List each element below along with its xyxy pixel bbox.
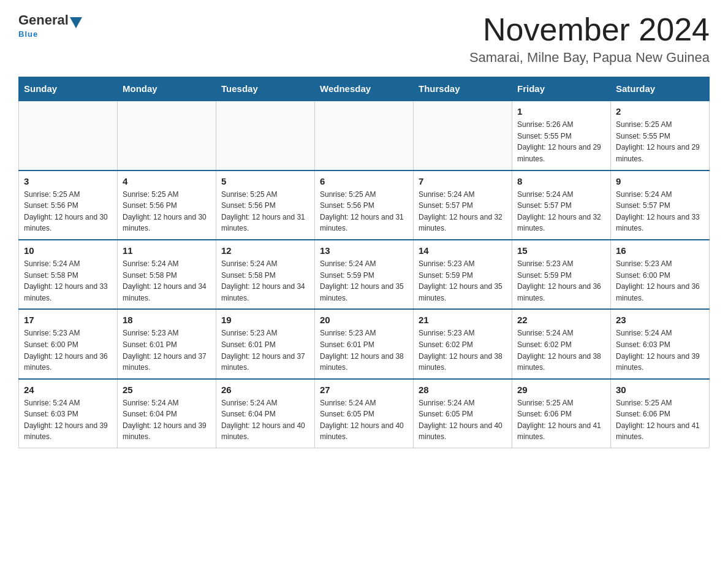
day-info: Sunrise: 5:25 AMSunset: 5:56 PMDaylight:… bbox=[123, 189, 211, 234]
calendar-cell: 17Sunrise: 5:23 AMSunset: 6:00 PMDayligh… bbox=[19, 309, 118, 378]
day-info: Sunrise: 5:24 AMSunset: 5:58 PMDaylight:… bbox=[123, 258, 211, 304]
calendar-cell: 4Sunrise: 5:25 AMSunset: 5:56 PMDaylight… bbox=[118, 170, 216, 240]
day-info: Sunrise: 5:25 AMSunset: 6:06 PMDaylight:… bbox=[517, 397, 605, 443]
calendar-cell: 19Sunrise: 5:23 AMSunset: 6:01 PMDayligh… bbox=[216, 309, 315, 378]
calendar-week-row: 10Sunrise: 5:24 AMSunset: 5:58 PMDayligh… bbox=[19, 240, 710, 309]
day-info: Sunrise: 5:24 AMSunset: 5:58 PMDaylight:… bbox=[221, 258, 309, 304]
calendar-cell bbox=[414, 101, 512, 170]
day-number: 13 bbox=[320, 245, 408, 256]
day-info: Sunrise: 5:23 AMSunset: 6:02 PMDaylight:… bbox=[419, 327, 507, 373]
logo: General Blue bbox=[18, 12, 83, 39]
day-info: Sunrise: 5:25 AMSunset: 5:56 PMDaylight:… bbox=[221, 189, 309, 234]
day-number: 28 bbox=[419, 385, 507, 395]
day-number: 11 bbox=[123, 245, 211, 256]
calendar-cell: 14Sunrise: 5:23 AMSunset: 5:59 PMDayligh… bbox=[414, 240, 512, 309]
day-number: 29 bbox=[517, 385, 605, 395]
day-info: Sunrise: 5:24 AMSunset: 5:57 PMDaylight:… bbox=[517, 189, 605, 234]
day-info: Sunrise: 5:23 AMSunset: 6:00 PMDaylight:… bbox=[616, 258, 704, 304]
day-number: 2 bbox=[616, 106, 704, 117]
calendar-cell: 8Sunrise: 5:24 AMSunset: 5:57 PMDaylight… bbox=[512, 170, 611, 240]
calendar-cell: 25Sunrise: 5:24 AMSunset: 6:04 PMDayligh… bbox=[118, 379, 216, 448]
day-info: Sunrise: 5:24 AMSunset: 6:05 PMDaylight:… bbox=[320, 397, 408, 443]
location-subtitle: Samarai, Milne Bay, Papua New Guinea bbox=[469, 50, 710, 66]
calendar-cell: 30Sunrise: 5:25 AMSunset: 6:06 PMDayligh… bbox=[611, 379, 710, 448]
calendar-cell: 15Sunrise: 5:23 AMSunset: 5:59 PMDayligh… bbox=[512, 240, 611, 309]
weekday-header-saturday: Saturday bbox=[611, 77, 710, 101]
day-number: 9 bbox=[616, 176, 704, 186]
day-info: Sunrise: 5:26 AMSunset: 5:55 PMDaylight:… bbox=[517, 119, 605, 164]
calendar-cell: 16Sunrise: 5:23 AMSunset: 6:00 PMDayligh… bbox=[611, 240, 710, 309]
calendar-cell: 18Sunrise: 5:23 AMSunset: 6:01 PMDayligh… bbox=[118, 309, 216, 378]
logo-blue-text: Blue bbox=[18, 29, 38, 39]
calendar-cell: 28Sunrise: 5:24 AMSunset: 6:05 PMDayligh… bbox=[414, 379, 512, 448]
month-title: November 2024 bbox=[469, 12, 710, 47]
day-number: 18 bbox=[123, 315, 211, 325]
logo-arrow-icon bbox=[70, 17, 82, 28]
day-number: 7 bbox=[419, 176, 507, 186]
weekday-header-thursday: Thursday bbox=[414, 77, 512, 101]
weekday-header-wednesday: Wednesday bbox=[315, 77, 414, 101]
day-number: 15 bbox=[517, 245, 605, 256]
weekday-header-row: SundayMondayTuesdayWednesdayThursdayFrid… bbox=[19, 77, 710, 101]
weekday-header-friday: Friday bbox=[512, 77, 611, 101]
day-info: Sunrise: 5:25 AMSunset: 5:56 PMDaylight:… bbox=[24, 189, 112, 234]
calendar-table: SundayMondayTuesdayWednesdayThursdayFrid… bbox=[18, 77, 710, 448]
day-info: Sunrise: 5:24 AMSunset: 6:05 PMDaylight:… bbox=[419, 397, 507, 443]
day-number: 25 bbox=[123, 385, 211, 395]
day-info: Sunrise: 5:24 AMSunset: 5:58 PMDaylight:… bbox=[24, 258, 112, 304]
calendar-cell: 23Sunrise: 5:24 AMSunset: 6:03 PMDayligh… bbox=[611, 309, 710, 378]
day-info: Sunrise: 5:23 AMSunset: 5:59 PMDaylight:… bbox=[419, 258, 507, 304]
day-info: Sunrise: 5:25 AMSunset: 5:55 PMDaylight:… bbox=[616, 119, 704, 164]
day-number: 14 bbox=[419, 245, 507, 256]
calendar-cell: 5Sunrise: 5:25 AMSunset: 5:56 PMDaylight… bbox=[216, 170, 315, 240]
calendar-cell bbox=[19, 101, 118, 170]
day-number: 5 bbox=[221, 176, 309, 186]
day-number: 21 bbox=[419, 315, 507, 325]
calendar-cell: 26Sunrise: 5:24 AMSunset: 6:04 PMDayligh… bbox=[216, 379, 315, 448]
day-info: Sunrise: 5:24 AMSunset: 6:03 PMDaylight:… bbox=[616, 327, 704, 373]
day-info: Sunrise: 5:24 AMSunset: 6:04 PMDaylight:… bbox=[221, 397, 309, 443]
day-info: Sunrise: 5:23 AMSunset: 6:01 PMDaylight:… bbox=[320, 327, 408, 373]
calendar-cell: 29Sunrise: 5:25 AMSunset: 6:06 PMDayligh… bbox=[512, 379, 611, 448]
calendar-week-row: 1Sunrise: 5:26 AMSunset: 5:55 PMDaylight… bbox=[19, 101, 710, 170]
day-number: 10 bbox=[24, 245, 112, 256]
day-info: Sunrise: 5:24 AMSunset: 5:57 PMDaylight:… bbox=[616, 189, 704, 234]
day-number: 6 bbox=[320, 176, 408, 186]
day-number: 1 bbox=[517, 106, 605, 117]
day-number: 24 bbox=[24, 385, 112, 395]
calendar-cell bbox=[118, 101, 216, 170]
day-number: 17 bbox=[24, 315, 112, 325]
calendar-cell: 13Sunrise: 5:24 AMSunset: 5:59 PMDayligh… bbox=[315, 240, 414, 309]
day-info: Sunrise: 5:24 AMSunset: 6:04 PMDaylight:… bbox=[123, 397, 211, 443]
title-area: November 2024 Samarai, Milne Bay, Papua … bbox=[469, 12, 710, 66]
page-header: General Blue November 2024 Samarai, Miln… bbox=[18, 12, 710, 66]
day-info: Sunrise: 5:24 AMSunset: 6:02 PMDaylight:… bbox=[517, 327, 605, 373]
calendar-cell: 22Sunrise: 5:24 AMSunset: 6:02 PMDayligh… bbox=[512, 309, 611, 378]
calendar-cell: 12Sunrise: 5:24 AMSunset: 5:58 PMDayligh… bbox=[216, 240, 315, 309]
day-info: Sunrise: 5:23 AMSunset: 6:01 PMDaylight:… bbox=[221, 327, 309, 373]
day-info: Sunrise: 5:24 AMSunset: 5:59 PMDaylight:… bbox=[320, 258, 408, 304]
day-number: 23 bbox=[616, 315, 704, 325]
calendar-cell: 24Sunrise: 5:24 AMSunset: 6:03 PMDayligh… bbox=[19, 379, 118, 448]
calendar-cell: 11Sunrise: 5:24 AMSunset: 5:58 PMDayligh… bbox=[118, 240, 216, 309]
day-info: Sunrise: 5:23 AMSunset: 6:01 PMDaylight:… bbox=[123, 327, 211, 373]
day-info: Sunrise: 5:23 AMSunset: 5:59 PMDaylight:… bbox=[517, 258, 605, 304]
calendar-cell: 1Sunrise: 5:26 AMSunset: 5:55 PMDaylight… bbox=[512, 101, 611, 170]
calendar-cell: 10Sunrise: 5:24 AMSunset: 5:58 PMDayligh… bbox=[19, 240, 118, 309]
calendar-cell: 6Sunrise: 5:25 AMSunset: 5:56 PMDaylight… bbox=[315, 170, 414, 240]
calendar-cell: 27Sunrise: 5:24 AMSunset: 6:05 PMDayligh… bbox=[315, 379, 414, 448]
day-number: 16 bbox=[616, 245, 704, 256]
weekday-header-sunday: Sunday bbox=[19, 77, 118, 101]
calendar-week-row: 3Sunrise: 5:25 AMSunset: 5:56 PMDaylight… bbox=[19, 170, 710, 240]
logo-general-text: General bbox=[18, 12, 69, 28]
calendar-cell: 3Sunrise: 5:25 AMSunset: 5:56 PMDaylight… bbox=[19, 170, 118, 240]
day-number: 27 bbox=[320, 385, 408, 395]
day-number: 3 bbox=[24, 176, 112, 186]
day-info: Sunrise: 5:25 AMSunset: 5:56 PMDaylight:… bbox=[320, 189, 408, 234]
calendar-cell bbox=[216, 101, 315, 170]
calendar-cell: 20Sunrise: 5:23 AMSunset: 6:01 PMDayligh… bbox=[315, 309, 414, 378]
calendar-cell: 2Sunrise: 5:25 AMSunset: 5:55 PMDaylight… bbox=[611, 101, 710, 170]
calendar-week-row: 17Sunrise: 5:23 AMSunset: 6:00 PMDayligh… bbox=[19, 309, 710, 378]
day-number: 26 bbox=[221, 385, 309, 395]
day-info: Sunrise: 5:25 AMSunset: 6:06 PMDaylight:… bbox=[616, 397, 704, 443]
